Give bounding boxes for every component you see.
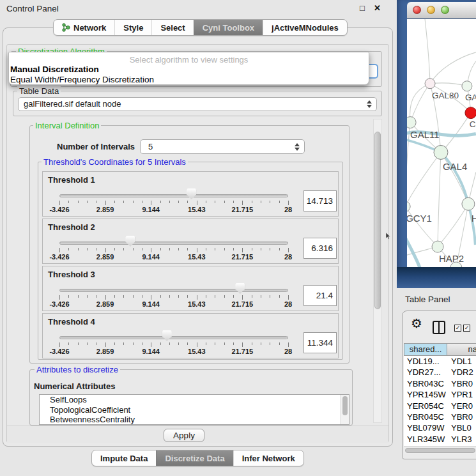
table-row[interactable]: YDR27...YDR2 [404, 367, 476, 378]
network-node-label: C [470, 119, 476, 129]
attribute-list-item[interactable]: SelfLoops [40, 395, 349, 405]
slider-tick [123, 295, 124, 298]
network-node[interactable] [465, 107, 476, 119]
threshold-value-field[interactable]: 21.4 [303, 285, 337, 306]
cell-shared-name[interactable]: YBL079W [404, 422, 447, 433]
slider-tick [160, 248, 161, 250]
cell-name[interactable]: YBR0 [447, 378, 476, 389]
slider-handle[interactable] [187, 188, 196, 199]
attribute-list-item[interactable]: BetweennessCentrality [40, 415, 349, 425]
tab-select[interactable]: Select [151, 20, 193, 35]
numerical-attributes-list[interactable]: SelfLoopsTopologicalCoefficientBetweenne… [39, 394, 349, 425]
cell-name[interactable]: YDL1 [447, 356, 476, 367]
axis-tick-label: 28 [284, 206, 292, 213]
slider-tick [224, 295, 225, 298]
apply-button[interactable]: Apply [164, 429, 204, 442]
network-node[interactable] [407, 201, 410, 211]
cell-name[interactable]: YLR3 [447, 434, 476, 445]
gear-icon[interactable]: ⚙ [411, 316, 422, 330]
tab-discretize-data[interactable]: Discretize Data [156, 450, 233, 466]
network-node-label: GAL80 [432, 91, 459, 100]
tab-cyni-toolbox[interactable]: Cyni Toolbox [194, 20, 263, 35]
network-graph[interactable]: GAL80GACGAL11GAL4HGCY1HAP2 [407, 19, 476, 267]
tab-style[interactable]: Style [114, 20, 151, 35]
axis-tick-label: 21.715 [232, 300, 254, 308]
cell-shared-name[interactable]: YDL19... [404, 356, 447, 367]
close-traffic-light-icon[interactable] [413, 6, 421, 14]
cell-name[interactable]: YBL0 [447, 422, 476, 433]
network-node[interactable] [434, 145, 448, 159]
threshold-value-field[interactable]: 11.344 [303, 332, 337, 353]
number-of-intervals-combo[interactable]: 5 [140, 139, 305, 154]
table-row[interactable]: YBR043CYBR0 [404, 378, 476, 389]
axis-tick-label: 9.144 [142, 348, 160, 355]
network-canvas[interactable]: GAL80GACGAL11GAL4HGCY1HAP2 [407, 19, 476, 267]
cell-shared-name[interactable]: YBR045C [404, 411, 447, 422]
table-header-row: shared... na [404, 343, 476, 356]
axis-tick-label: -3.426 [49, 348, 69, 355]
table-row[interactable]: YLR345WYLR3 [404, 434, 476, 445]
horizontal-scrollbar-thumb[interactable] [405, 448, 475, 453]
slider-tick [68, 342, 69, 345]
columns-icon[interactable] [433, 321, 445, 334]
tab-network[interactable]: Network [54, 20, 114, 35]
tab-jactivemnodules[interactable]: jActiveMNodules [263, 20, 347, 35]
table-row[interactable]: YBL079WYBL0 [404, 422, 476, 433]
table-row[interactable]: YBR045CYBR0 [404, 411, 476, 422]
minimize-traffic-light-icon[interactable] [427, 6, 435, 14]
attribute-list-item[interactable]: TopologicalCoefficient [40, 405, 349, 415]
network-node[interactable] [462, 81, 472, 91]
column-header-shared-name[interactable]: shared... [404, 343, 447, 356]
slider-tick [206, 248, 206, 250]
close-panel-icon[interactable]: ✕ [374, 3, 381, 13]
table-row[interactable]: YDL19...YDL1 [404, 356, 476, 367]
table-data-combo[interactable]: galFiltered.sif default node [18, 97, 377, 111]
list-scrollbar[interactable] [341, 395, 349, 424]
scrollbar-thumb[interactable] [374, 132, 381, 309]
dropdown-item-manual[interactable]: Manual Discretization [9, 65, 369, 75]
slider-tick [123, 201, 124, 203]
slider-handle[interactable] [125, 236, 135, 247]
slider-track[interactable] [59, 194, 288, 197]
network-window-titlebar[interactable] [407, 2, 476, 19]
table-body[interactable]: YDL19...YDL1YDR27...YDR2YBR043CYBR0YPR14… [404, 356, 476, 446]
checkbox-icon[interactable]: ✓ [463, 325, 470, 332]
slider-tick [261, 248, 261, 250]
slider-handle[interactable] [235, 283, 245, 294]
tab-label: Infer Network [242, 454, 295, 463]
checkbox-icon[interactable]: ✓ [454, 325, 461, 332]
horizontal-scrollbar[interactable] [404, 446, 476, 454]
column-header-name[interactable]: na [447, 343, 476, 356]
slider-tick [87, 248, 88, 250]
axis-tick-label: 2.859 [96, 206, 114, 213]
slider-tick [233, 248, 234, 250]
slider-tick [279, 295, 280, 298]
tab-infer-network[interactable]: Infer Network [233, 450, 303, 466]
float-window-icon[interactable]: □ [360, 3, 365, 13]
slider-track[interactable] [59, 289, 288, 292]
network-node[interactable] [425, 79, 435, 89]
cell-shared-name[interactable]: YBR043C [404, 378, 447, 389]
slider-track[interactable] [59, 242, 288, 245]
threshold-value-field[interactable]: 14.713 [303, 190, 337, 211]
cell-name[interactable]: YDR2 [447, 367, 476, 378]
network-node[interactable] [407, 117, 416, 128]
cell-shared-name[interactable]: YDR27... [404, 367, 447, 378]
slider-handle[interactable] [162, 330, 172, 341]
network-node[interactable] [462, 197, 475, 210]
cell-name[interactable]: YBR0 [447, 411, 476, 422]
threshold-value-field[interactable]: 6.316 [303, 238, 337, 259]
network-node[interactable] [432, 241, 443, 252]
cell-shared-name[interactable]: YER054C [404, 401, 447, 411]
table-row[interactable]: YER054CYER0 [404, 401, 476, 411]
slider-tick [261, 342, 261, 345]
zoom-traffic-light-icon[interactable] [441, 6, 449, 14]
table-row[interactable]: YPR145WYPR1 [404, 389, 476, 400]
cell-name[interactable]: YPR1 [447, 389, 476, 400]
cell-shared-name[interactable]: YPR145W [404, 389, 447, 400]
slider-track[interactable] [59, 336, 288, 339]
cell-shared-name[interactable]: YLR345W [404, 434, 447, 445]
tab-impute-data[interactable]: Impute Data [92, 450, 156, 466]
dropdown-item-equal-width[interactable]: Equal Width/Frequency Discretization [9, 75, 369, 85]
cell-name[interactable]: YER0 [447, 401, 476, 411]
